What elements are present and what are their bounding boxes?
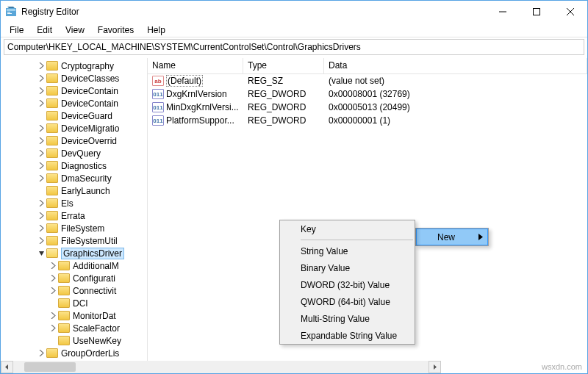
menu-view[interactable]: View [60, 24, 90, 37]
tree-node[interactable]: Errata [1, 209, 147, 222]
titlebar[interactable]: Registry Editor [1, 1, 587, 23]
horizontal-scrollbar[interactable] [1, 361, 441, 373]
context-menu[interactable]: New [415, 228, 489, 246]
tree-node-label: EarlyLaunch [61, 186, 110, 196]
tree-expander-icon[interactable] [36, 100, 46, 107]
tree-node[interactable]: EarlyLaunch [1, 184, 147, 197]
column-name[interactable]: Name [148, 58, 243, 73]
submenu-expand[interactable]: Expandable String Value [280, 327, 415, 344]
scroll-thumb[interactable] [24, 362, 76, 372]
address-bar[interactable]: Computer\HKEY_LOCAL_MACHINE\SYSTEM\Curre… [4, 39, 584, 55]
cell-type: REG_DWORD [243, 88, 324, 100]
menu-favorites[interactable]: Favorites [92, 24, 140, 37]
tree-node[interactable]: Els [1, 197, 147, 209]
tree-node[interactable]: Configurati [1, 272, 147, 284]
tree-expander-icon[interactable] [36, 162, 46, 169]
list-row[interactable]: 011PlatformSuppor...REG_DWORD0x00000001 … [148, 114, 587, 127]
folder-icon [58, 261, 70, 270]
tree-node[interactable]: FileSystemUtil [1, 234, 147, 247]
column-data[interactable]: Data [324, 58, 587, 73]
folder-icon [46, 86, 58, 96]
minimize-button[interactable] [486, 1, 520, 23]
submenu-dword[interactable]: DWORD (32-bit) Value [280, 276, 415, 293]
tree-expander-icon[interactable] [36, 225, 46, 231]
tree-node[interactable]: DeviceMigratio [1, 122, 147, 134]
cell-name: 011MinDxgKrnlVersi... [148, 101, 243, 113]
tree-expander-icon[interactable] [48, 287, 58, 294]
tree-expander-icon[interactable] [36, 250, 46, 256]
tree-node[interactable]: Cryptography [1, 60, 147, 72]
submenu-key[interactable]: Key [280, 220, 415, 237]
submenu-expand-label: Expandable String Value [301, 331, 397, 341]
tree-node-label: Configurati [73, 273, 115, 284]
tree-node[interactable]: DeviceGuard [1, 109, 147, 122]
tree-node[interactable]: FileSystem [1, 222, 147, 234]
close-button[interactable] [553, 1, 587, 23]
tree-node[interactable]: DeviceContain [1, 84, 147, 97]
folder-icon [46, 73, 58, 83]
tree-node-label: AdditionalM [73, 261, 119, 271]
tree-node-label: Errata [61, 211, 85, 221]
scroll-right-button[interactable] [429, 361, 441, 373]
tree-expander-icon[interactable] [36, 125, 46, 132]
tree-expander-icon[interactable] [48, 325, 58, 331]
tree-expander-icon[interactable] [36, 350, 46, 356]
tree-node[interactable]: ScaleFactor [1, 322, 147, 334]
menu-help[interactable]: Help [141, 24, 171, 37]
context-submenu-new[interactable]: Key String Value Binary Value DWORD (32-… [279, 220, 415, 345]
list-row[interactable]: 011DxgKrnlVersionREG_DWORD0x00008001 (32… [148, 87, 587, 101]
tree-expander-icon[interactable] [36, 237, 46, 244]
cell-data: 0x00008001 (32769) [324, 88, 587, 100]
tree-node[interactable]: DevQuery [1, 147, 147, 159]
tree-node[interactable]: GroupOrderLis [1, 347, 147, 359]
tree-node[interactable]: DeviceClasses [1, 72, 147, 84]
tree-expander-icon[interactable] [36, 137, 46, 144]
folder-icon [46, 348, 58, 358]
tree-expander-icon[interactable] [36, 150, 46, 157]
tree-node[interactable]: Connectivit [1, 284, 147, 297]
folder-icon [46, 236, 58, 245]
cell-data: 0x00005013 (20499) [324, 101, 587, 113]
tree-node[interactable]: DCI [1, 297, 147, 309]
column-type[interactable]: Type [243, 58, 324, 73]
tree-expander-icon[interactable] [36, 87, 46, 94]
folder-icon [58, 286, 70, 295]
tree-node[interactable]: UseNewKey [1, 334, 147, 347]
tree-node-label: UseNewKey [73, 336, 121, 346]
tree-node[interactable]: GraphicsDriver [1, 247, 147, 259]
tree-expander-icon[interactable] [48, 275, 58, 281]
tree-expander-icon[interactable] [36, 75, 46, 82]
context-menu-new[interactable]: New [416, 229, 488, 245]
folder-icon [58, 336, 70, 345]
tree-node[interactable]: DeviceContain [1, 97, 147, 109]
tree-node[interactable]: AdditionalM [1, 259, 147, 272]
tree-expander-icon[interactable] [48, 312, 58, 319]
folder-icon [46, 111, 58, 121]
tree-expander-icon[interactable] [36, 175, 46, 181]
tree-expander-icon[interactable] [48, 262, 58, 269]
submenu-arrow-icon [478, 232, 483, 242]
tree-node[interactable]: DmaSecurity [1, 172, 147, 184]
folder-icon [46, 223, 58, 233]
menu-file[interactable]: File [4, 24, 29, 37]
submenu-binary[interactable]: Binary Value [280, 259, 415, 276]
maximize-button[interactable] [520, 1, 553, 23]
submenu-qword[interactable]: QWORD (64-bit) Value [280, 293, 415, 310]
menu-edit[interactable]: Edit [31, 24, 58, 37]
tree-expander-icon[interactable] [36, 212, 46, 219]
submenu-string[interactable]: String Value [280, 242, 415, 259]
tree-pane[interactable]: CryptographyDeviceClassesDeviceContainDe… [1, 58, 148, 373]
tree-expander-icon[interactable] [36, 200, 46, 206]
tree-node[interactable]: Diagnostics [1, 159, 147, 172]
tree-expander-icon[interactable] [36, 62, 46, 69]
scroll-track[interactable] [13, 361, 429, 373]
value-name: (Default) [166, 75, 203, 87]
list-row[interactable]: ab(Default)REG_SZ(value not set) [148, 74, 587, 87]
tree-node-label: GroupOrderLis [61, 348, 119, 359]
tree-node[interactable]: MonitorDat [1, 309, 147, 322]
list-row[interactable]: 011MinDxgKrnlVersi...REG_DWORD0x00005013… [148, 101, 587, 114]
submenu-multi[interactable]: Multi-String Value [280, 310, 415, 327]
tree-node[interactable]: DeviceOverrid [1, 134, 147, 147]
scroll-left-button[interactable] [1, 361, 13, 373]
submenu-key-label: Key [301, 224, 316, 234]
